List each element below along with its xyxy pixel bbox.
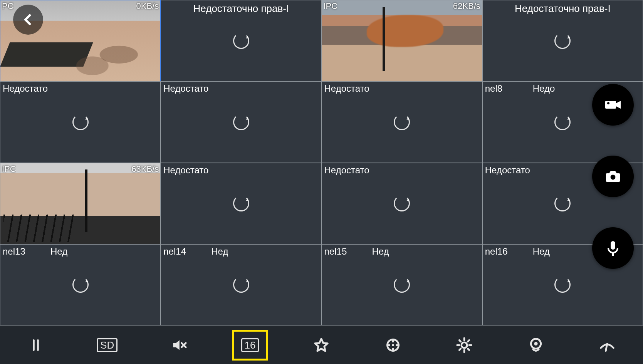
camera-tile-11[interactable]: Недостато	[322, 163, 482, 244]
svg-line-20	[460, 340, 461, 342]
camera-tile-13[interactable]: nel13Нед	[0, 244, 161, 325]
camera-tile-5[interactable]: Недостато	[0, 81, 161, 163]
camera-tile-14[interactable]: nel14Нед	[161, 244, 321, 325]
tile-channel-label: Недостато	[163, 83, 208, 94]
svg-line-21	[468, 349, 470, 350]
microphone-button[interactable]	[592, 227, 634, 269]
loading-spinner-icon[interactable]	[394, 114, 410, 130]
svg-line-22	[460, 349, 461, 350]
svg-marker-8	[315, 339, 328, 351]
svg-point-0	[607, 102, 609, 104]
lightbulb-icon	[456, 337, 473, 354]
tile-channel-label: Недостато	[3, 83, 48, 94]
svg-point-27	[605, 350, 606, 351]
tile-bitrate-label: 62KB/s	[453, 1, 480, 11]
quality-button[interactable]: SD	[92, 332, 123, 358]
camera-tile-3[interactable]: IPC62KB/s	[322, 0, 482, 81]
quality-label: SD	[97, 338, 118, 352]
tile-channel-label: Недостато	[324, 83, 369, 94]
bottom-toolbar: SD 16	[0, 325, 643, 364]
fisheye-icon	[527, 337, 544, 354]
loading-spinner-icon[interactable]	[554, 114, 571, 130]
tile-camera-label: IPC	[2, 164, 16, 174]
svg-point-25	[534, 342, 537, 345]
tile-channel-label: Недостато	[163, 165, 208, 176]
app-root: PC0KB/sНедостаточно прав-IIPC62KB/sНедос…	[0, 0, 643, 364]
speaker-mute-icon	[170, 337, 187, 354]
loading-spinner-icon[interactable]	[554, 33, 571, 49]
svg-point-10	[392, 344, 394, 346]
record-video-button[interactable]	[592, 84, 634, 126]
tile-channel-label: nel14	[163, 246, 186, 257]
layout-16-button[interactable]: 16	[235, 332, 265, 358]
wiper-button[interactable]	[592, 332, 623, 358]
camera-tile-9[interactable]: IPC63KB/s	[0, 163, 161, 244]
camera-tile-10[interactable]: Недостато	[161, 163, 321, 244]
loading-spinner-icon[interactable]	[233, 195, 249, 211]
tile-status-trunc: Нед	[533, 246, 550, 257]
layout-label: 16	[241, 338, 259, 352]
fab-stack	[592, 84, 634, 269]
camera-tile-4[interactable]: Недостаточно прав-I	[482, 0, 643, 81]
camera-tile-2[interactable]: Недостаточно прав-I	[161, 0, 321, 81]
tile-channel-label: nel16	[485, 246, 508, 257]
loading-spinner-icon[interactable]	[233, 277, 249, 293]
camera-tile-15[interactable]: nel15Нед	[322, 244, 482, 325]
tile-channel-label: Недостато	[485, 165, 530, 176]
loading-spinner-icon[interactable]	[394, 277, 410, 293]
tile-status-title: Недостаточно прав-I	[193, 3, 289, 15]
tile-camera-label: PC	[2, 1, 14, 11]
tile-bitrate-label: 0KB/s	[136, 1, 159, 11]
svg-line-23	[468, 340, 470, 342]
loading-spinner-icon[interactable]	[233, 114, 249, 130]
mute-button[interactable]	[163, 332, 194, 358]
tile-channel-label: nel8	[485, 83, 502, 94]
loading-spinner-icon[interactable]	[554, 277, 571, 293]
tile-status-title: Недостаточно прав-I	[515, 3, 611, 15]
tile-status-trunc: Нед	[372, 246, 389, 257]
tile-status-trunc: Нед	[211, 246, 228, 257]
center-focus-button[interactable]	[378, 332, 408, 358]
svg-point-15	[462, 342, 467, 348]
wiper-icon	[599, 337, 616, 354]
pause-icon	[27, 337, 44, 354]
svg-rect-2	[611, 241, 615, 250]
video-camera-icon	[604, 96, 622, 114]
tile-channel-label: nel13	[3, 246, 25, 257]
loading-spinner-icon[interactable]	[72, 277, 89, 293]
tile-status-trunc: Нед	[50, 246, 67, 257]
tile-camera-label: IPC	[324, 1, 338, 11]
snapshot-button[interactable]	[592, 156, 634, 197]
tile-channel-label: nel15	[324, 246, 347, 257]
camera-tile-6[interactable]: Недостато	[161, 81, 321, 163]
back-button[interactable]	[13, 5, 43, 35]
loading-spinner-icon[interactable]	[72, 114, 89, 130]
camera-icon	[604, 167, 622, 186]
center-focus-icon	[384, 337, 401, 354]
favorite-button[interactable]	[306, 332, 337, 358]
brightness-button[interactable]	[449, 332, 480, 358]
camera-feed-image	[322, 0, 482, 81]
fisheye-button[interactable]	[520, 332, 551, 358]
loading-spinner-icon[interactable]	[394, 195, 410, 211]
tile-bitrate-label: 63KB/s	[131, 164, 159, 174]
star-icon	[313, 337, 330, 354]
svg-point-1	[611, 175, 616, 180]
loading-spinner-icon[interactable]	[554, 195, 571, 211]
tile-channel-label: Недостато	[324, 165, 369, 176]
tile-status-trunc: Недо	[533, 83, 555, 94]
loading-spinner-icon[interactable]	[233, 33, 249, 49]
microphone-icon	[604, 239, 622, 257]
camera-grid: PC0KB/sНедостаточно прав-IIPC62KB/sНедос…	[0, 0, 643, 325]
camera-feed-image	[0, 163, 160, 244]
camera-tile-7[interactable]: Недостато	[322, 81, 482, 163]
chevron-left-icon	[22, 13, 35, 26]
pause-button[interactable]	[20, 332, 51, 358]
